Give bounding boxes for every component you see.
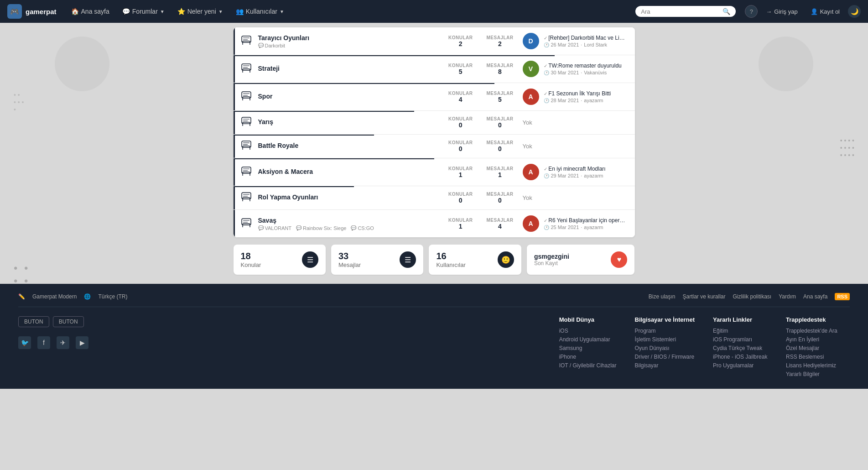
- footer-link-ozel[interactable]: Özel Mesajlar: [786, 345, 841, 351]
- footer-link-oyun[interactable]: Oyun Dünyası: [635, 345, 695, 351]
- mesajlar-value: 1: [486, 171, 513, 178]
- clock-icon: [544, 42, 549, 47]
- forum-row[interactable]: Aksiyon & Macera KONULAR 1 MESAJLAR 1 A …: [234, 158, 635, 186]
- telegram-icon[interactable]: ✈: [57, 336, 69, 349]
- twitter-icon[interactable]: 🐦: [18, 336, 31, 349]
- forum-stat-konular: KONULAR 0: [448, 140, 473, 152]
- mesajlar-label: Mesajlar: [338, 261, 361, 268]
- svg-rect-13: [243, 122, 250, 126]
- login-button[interactable]: → Giriş yap: [761, 5, 802, 18]
- forum-last-title[interactable]: En iyi minecraft Modları: [544, 166, 606, 172]
- nav-item-home[interactable]: 🏠 Ana sayfa: [66, 4, 115, 19]
- forum-last-title[interactable]: [Rehber] Darkorbiti Mac ve Linu...: [544, 35, 626, 41]
- footer-link-cydia[interactable]: Cydia Türkçe Tweak: [713, 345, 768, 351]
- nav-forums-label: Forumlar: [132, 8, 158, 15]
- footer-link-android[interactable]: Android Uygulamalar: [559, 336, 617, 343]
- footer-top-left: ✏️ Gamerpat Modern 🌐 Türkçe (TR): [18, 293, 127, 300]
- forum-stats: KONULAR 0 MESAJLAR 0: [448, 140, 514, 152]
- konular-info: 18 Konular: [241, 251, 261, 268]
- footer-link-samsung[interactable]: Samsung: [559, 345, 617, 351]
- nav-search-box[interactable]: 🔍: [635, 6, 736, 17]
- footer-btn-1[interactable]: BUTON: [18, 316, 49, 327]
- forum-row[interactable]: Savaş💬 VALORANT💬 Rainbow Six: Siege💬 CS:…: [234, 210, 635, 237]
- footer-link-ios-prog[interactable]: iOS Programları: [713, 336, 768, 343]
- forum-stat-mesajlar: MESAJLAR 4: [486, 218, 513, 230]
- forum-row[interactable]: Spor KONULAR 4 MESAJLAR 5 A F1 Sezonun İ…: [234, 83, 635, 111]
- help-button[interactable]: ?: [745, 5, 758, 18]
- register-button[interactable]: 👤 Kayıt ol: [806, 5, 844, 18]
- clock-icon: [544, 70, 549, 75]
- facebook-icon[interactable]: f: [37, 336, 50, 349]
- chevron-down-icon-2: ▼: [218, 9, 223, 14]
- footer-link-rules[interactable]: Şartlar ve kurallar: [682, 293, 725, 300]
- forum-last-title[interactable]: TW:Rome remaster duyuruldu: [544, 63, 622, 69]
- navbar: 🎮 gamerpat 🏠 Ana sayfa 💬 Forumlar ▼ ⭐ Ne…: [0, 0, 868, 23]
- footer-btn-2[interactable]: BUTON: [53, 316, 84, 327]
- mesajlar-label: MESAJLAR: [486, 116, 513, 121]
- mesajlar-label: MESAJLAR: [486, 140, 513, 145]
- footer-link-iphone[interactable]: iPhone: [559, 354, 617, 360]
- footer-link-ayin[interactable]: Ayın En İyileri: [786, 336, 841, 343]
- footer-link-ios[interactable]: iOS: [559, 328, 617, 334]
- footer-link-os[interactable]: İşletim Sistemleri: [635, 336, 695, 343]
- footer-top: ✏️ Gamerpat Modern 🌐 Türkçe (TR) Bize ul…: [18, 293, 850, 307]
- forum-last-post: Yok: [523, 194, 628, 201]
- nav-item-users[interactable]: 👥 Kullanıcılar ▼: [230, 4, 290, 19]
- forum-row[interactable]: Tarayıcı Oyunları💬 Darkorbit KONULAR 2 M…: [234, 27, 635, 55]
- forum-row[interactable]: Battle Royale KONULAR 0 MESAJLAR 0 Yok: [234, 135, 635, 158]
- footer-link-bilgisayar[interactable]: Bilgisayar: [635, 362, 695, 369]
- separator: ·: [581, 98, 582, 103]
- footer-link-trapp-ara[interactable]: Trappledestek'de Ara: [786, 328, 841, 334]
- nav-logo[interactable]: 🎮 gamerpat: [7, 4, 57, 19]
- nav-new-label: Neler yeni: [187, 8, 216, 15]
- forum-stat-mesajlar: MESAJLAR 0: [486, 192, 513, 204]
- forum-last-title[interactable]: R6 Yeni Başlayanlar için operat...: [544, 217, 626, 224]
- footer-link-contact[interactable]: Bize ulaşın: [649, 293, 676, 300]
- mesajlar-label: MESAJLAR: [486, 91, 513, 96]
- forum-last-date: 25 Mar 2021: [551, 225, 579, 230]
- youtube-icon[interactable]: ▶: [76, 336, 88, 349]
- forum-row[interactable]: Yarış KONULAR 0 MESAJLAR 0 Yok: [234, 111, 635, 135]
- forum-last-title[interactable]: F1 Sezonun İlk Yarışı Bitti: [544, 90, 611, 97]
- forum-info: Spor: [258, 93, 273, 101]
- chat-icon: [241, 91, 252, 103]
- footer-socials: 🐦 f ✈ ▶: [18, 336, 88, 349]
- chat-icon: [241, 167, 252, 178]
- footer-link-egitim[interactable]: Eğitim: [713, 328, 768, 334]
- footer-link-privacy[interactable]: Gizlilik politikası: [733, 293, 772, 300]
- footer-link-home[interactable]: Ana sayfa: [803, 293, 827, 300]
- rss-icon[interactable]: RSS: [835, 293, 850, 300]
- progress-bar: [234, 186, 354, 187]
- moon-icon: 🌙: [851, 8, 858, 15]
- forum-tag: 💬 VALORANT: [258, 225, 291, 231]
- forum-stat-konular: KONULAR 2: [448, 35, 473, 47]
- konular-label: KONULAR: [448, 91, 473, 96]
- footer-link-rss[interactable]: RSS Beslemesi: [786, 354, 841, 360]
- forum-row[interactable]: Strateji KONULAR 5 MESAJLAR 8 V TW:Rome …: [234, 55, 635, 83]
- footer-link-lisans[interactable]: Lisans Hediyelerimiz: [786, 362, 841, 369]
- stat-card-last-user: gsmgezgini Son Kayıt ♥: [527, 245, 635, 275]
- konular-value: 1: [448, 223, 473, 230]
- svg-rect-17: [243, 146, 250, 150]
- footer-link-driver[interactable]: Driver / BIOS / Firmware: [635, 354, 695, 360]
- konular-label: KONULAR: [448, 192, 473, 197]
- dark-mode-button[interactable]: 🌙: [848, 5, 861, 18]
- forum-name: Battle Royale: [258, 142, 299, 149]
- forum-row[interactable]: Rol Yapma Oyunları KONULAR 0 MESAJLAR 0 …: [234, 186, 635, 210]
- footer-link-jailbreak[interactable]: iPhone - iOS Jailbreak: [713, 354, 768, 360]
- forum-last-post: A En iyi minecraft Modları 29 Mar 2021 ·…: [523, 164, 628, 180]
- mesajlar-label: MESAJLAR: [486, 166, 513, 171]
- mesajlar-value: 5: [486, 96, 513, 103]
- forum-stat-mesajlar: MESAJLAR 2: [486, 35, 513, 47]
- konular-label: KONULAR: [448, 116, 473, 121]
- footer-link-iot[interactable]: IOT / Giyilebilir Cihazlar: [559, 362, 617, 369]
- forum-name: Yarış: [258, 118, 273, 125]
- nav-item-forums[interactable]: 💬 Forumlar ▼: [117, 4, 170, 19]
- footer-link-program[interactable]: Program: [635, 328, 695, 334]
- footer-link-pro-app[interactable]: Pro Uygulamalar: [713, 362, 768, 369]
- footer-link-help[interactable]: Yardım: [779, 293, 796, 300]
- forum-accent-bar: [234, 186, 235, 209]
- nav-item-new[interactable]: ⭐ Neler yeni ▼: [172, 4, 229, 19]
- footer-link-yararli[interactable]: Yararlı Bilgiler: [786, 371, 841, 377]
- search-input[interactable]: [641, 8, 722, 15]
